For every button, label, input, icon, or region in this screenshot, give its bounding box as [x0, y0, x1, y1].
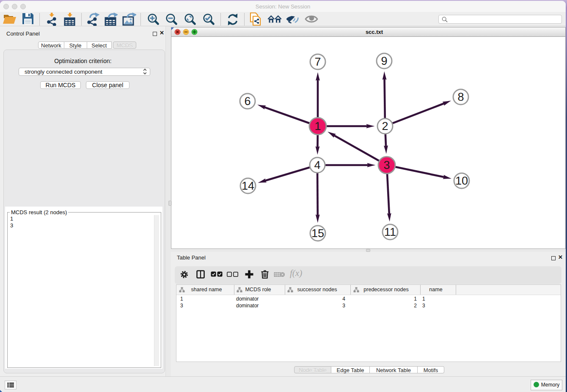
svg-text:4: 4: [314, 159, 320, 171]
svg-text:10: 10: [455, 174, 468, 187]
svg-text:1: 1: [314, 120, 321, 133]
svg-text:11: 11: [384, 226, 396, 238]
svg-text:9: 9: [381, 55, 387, 67]
svg-text:3: 3: [383, 159, 390, 171]
svg-text:8: 8: [457, 91, 464, 103]
svg-text:2: 2: [382, 120, 388, 133]
svg-text:6: 6: [244, 95, 250, 108]
svg-text:15: 15: [311, 227, 324, 240]
svg-text:14: 14: [242, 179, 254, 192]
svg-text:7: 7: [314, 55, 321, 68]
